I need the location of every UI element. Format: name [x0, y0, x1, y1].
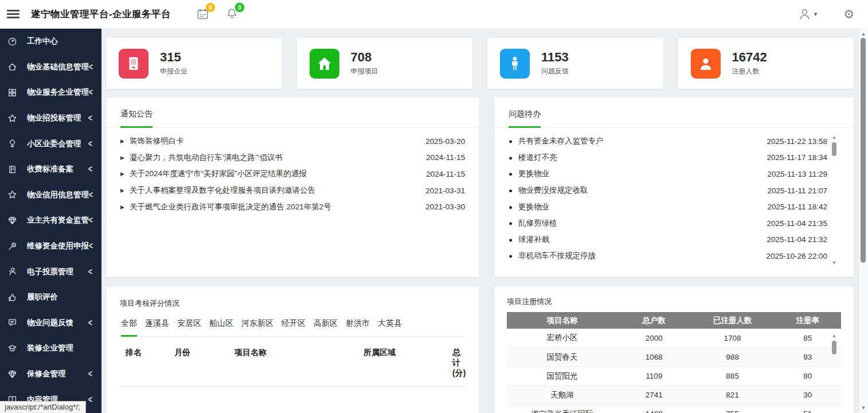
- todo-date: 2025-11-04 21:35: [767, 219, 827, 228]
- sidebar-item[interactable]: 业主共有资金监管 <: [0, 208, 101, 233]
- notice-item[interactable]: ▶ 装饰装修明白卡 2025-03-20: [120, 133, 465, 150]
- dot-bullet-icon: ●: [509, 252, 513, 259]
- assessment-region-tab[interactable]: 安居区: [177, 318, 201, 335]
- todo-item[interactable]: ● 楼道灯不亮 2025-11-17 18:34: [509, 150, 827, 166]
- assessment-region-tab[interactable]: 船山区: [209, 318, 233, 335]
- user-icon: [798, 7, 811, 21]
- page-scrollbar[interactable]: ▲ ▼: [858, 29, 868, 413]
- sidebar-item-label: 物业信用信息管理: [27, 190, 89, 200]
- todo-title: 共有资金未存入监管专户: [518, 136, 767, 146]
- sidebar-item[interactable]: 物业基础信息管理 <: [0, 54, 101, 80]
- dot-bullet-icon: ●: [509, 138, 513, 145]
- registration-scrollbar[interactable]: ▲: [831, 333, 838, 413]
- sidebar-item[interactable]: 小区业委会管理 <: [0, 131, 101, 157]
- scroll-down-icon[interactable]: ▼: [859, 405, 868, 411]
- todo-date: 2025-11-22 13:58: [767, 137, 827, 146]
- dot-bullet-icon: ●: [509, 187, 513, 194]
- scroll-up-icon[interactable]: ▲: [831, 134, 838, 140]
- assessment-region-tab[interactable]: 射洪市: [346, 318, 370, 335]
- sidebar-item-label: 履职评价: [27, 292, 88, 302]
- col-project-name: 项目名称: [507, 312, 617, 329]
- stat-card: 708 申报项目: [297, 38, 473, 89]
- notice-item[interactable]: ▶ 关于人事档案整理及数字化处理服务项目谈判邀请公告 2021-03-31: [120, 182, 465, 199]
- cell-households: 2000: [617, 329, 691, 348]
- notice-item[interactable]: ▶ 关于燃气企业类行政许可事项审批决定的通告 2021年第2号 2021-03-…: [120, 198, 465, 215]
- sidebar-item[interactable]: 保修金管理 <: [0, 361, 101, 387]
- todo-item[interactable]: ● 共有资金未存入监管专户 2025-11-22 13:58: [509, 133, 827, 150]
- scroll-up-icon[interactable]: ▲: [831, 333, 838, 338]
- table-row[interactable]: 宏桥小区 2000 1708 85: [507, 329, 841, 348]
- sidebar-item-label: 物业服务企业管理: [27, 87, 89, 98]
- sidebar-item[interactable]: 维修资金使用申报 <: [0, 233, 101, 259]
- todo-item[interactable]: ● 乱修剪绿植 2025-11-04 21:35: [509, 215, 827, 232]
- bell-badge: 0: [235, 3, 244, 12]
- cell-households: 1109: [617, 367, 691, 385]
- calendar-button[interactable]: 0: [196, 7, 209, 21]
- gear-icon[interactable]: ⚙: [843, 8, 854, 20]
- col-rank: 排名: [126, 348, 174, 379]
- notice-item[interactable]: ▶ 凝心聚力，共筑电动自行车‘满电之路’”倡议书 2024-11-15: [120, 150, 465, 166]
- notice-title: 关于2024年度遂宁市“美好家园”小区评定结果的通报: [130, 169, 426, 179]
- todo-item[interactable]: ● 更换物业 2025-11-13 11:29: [509, 166, 827, 182]
- sidebar-item[interactable]: 工作中心 <: [0, 29, 101, 54]
- sidebar-item[interactable]: 装修企业管理 <: [0, 336, 101, 361]
- user-menu[interactable]: ▾: [798, 7, 818, 21]
- col-registered: 已注册人数: [691, 312, 775, 329]
- notices-panel: 通知公告 ▶ 装饰装修明白卡 2025-03-20 ▶ 凝心聚力，共筑电动自行车…: [106, 98, 479, 277]
- building-icon: [119, 49, 148, 79]
- person-icon: [500, 49, 530, 79]
- assessment-region-tab[interactable]: 高新区: [314, 318, 338, 335]
- hamburger-menu-icon[interactable]: [7, 7, 19, 20]
- sidebar-item[interactable]: 物业服务企业管理 <: [0, 80, 101, 106]
- sidebar-item[interactable]: 物业信用信息管理 <: [0, 182, 101, 208]
- todos-scrollbar[interactable]: ▲ ▼: [831, 134, 838, 266]
- todo-date: 2025-11-17 18:34: [767, 153, 827, 162]
- assessment-region-tab[interactable]: 蓬溪县: [145, 318, 169, 335]
- scroll-thumb[interactable]: [861, 38, 866, 263]
- tab-notices[interactable]: 通知公告: [120, 109, 153, 128]
- assessment-region-tab[interactable]: 大英县: [378, 318, 402, 335]
- scroll-up-icon[interactable]: ▲: [859, 31, 868, 37]
- todo-item[interactable]: ● 非机动车不按规定停放 2025-10-26 22:00: [509, 248, 827, 264]
- sidebar-item[interactable]: 履职评价 <: [0, 285, 101, 310]
- gem-icon: [7, 216, 17, 225]
- sidebar-item[interactable]: 物业招投标管理 <: [0, 106, 101, 131]
- tab-todos[interactable]: 问题待办: [509, 109, 541, 128]
- notifications-button[interactable]: 0: [225, 7, 238, 21]
- assessment-region-tab[interactable]: 经开区: [281, 318, 306, 335]
- sidebar-item[interactable]: 收费标准备案 <: [0, 157, 101, 182]
- cell-registered: 988: [691, 348, 775, 367]
- stat-card: 1153 问题反馈: [487, 38, 663, 89]
- notice-item[interactable]: ▶ 关于2024年度遂宁市“美好家园”小区评定结果的通报 2024-11-15: [120, 166, 465, 182]
- triangle-bullet-icon: ▶: [120, 204, 124, 210]
- assessment-region-tab[interactable]: 全部: [121, 318, 137, 337]
- sidebar-item[interactable]: 电子投票管理 <: [0, 259, 101, 285]
- scroll-thumb[interactable]: [832, 341, 836, 354]
- table-row[interactable]: 国贸阳光 1109 885 80: [507, 367, 841, 385]
- chevron-left-icon: <: [89, 62, 93, 72]
- table-row[interactable]: 天鹅湖 2741 821 30: [507, 385, 841, 404]
- home-icon: [7, 62, 17, 72]
- todo-title: 物业费没按规定收取: [518, 185, 767, 196]
- todo-date: 2025-10-26 22:00: [766, 252, 827, 260]
- star-icon: [7, 114, 17, 123]
- todo-date: 2025-11-13 11:29: [767, 170, 827, 178]
- chat-icon: [7, 318, 17, 328]
- todo-item[interactable]: ● 球灌补栽 2025-11-04 21:32: [509, 232, 827, 248]
- committee-icon: [7, 139, 17, 149]
- col-area: 所属区域: [363, 348, 452, 379]
- todo-item[interactable]: ● 物业费没按规定收取 2025-11-11 21:07: [509, 182, 827, 199]
- todo-item[interactable]: ● 更换物业 2025-11-11 18:42: [509, 198, 827, 215]
- notice-title: 装饰装修明白卡: [130, 136, 425, 146]
- table-row[interactable]: 遂宁蓝光香江国际 1469 755 51: [507, 404, 841, 413]
- sidebar-item-label: 保修金管理: [27, 369, 88, 379]
- dot-bullet-icon: ●: [509, 204, 513, 211]
- assessment-region-tab[interactable]: 河东新区: [241, 318, 273, 335]
- scroll-thumb[interactable]: [832, 142, 836, 156]
- dot-bullet-icon: ●: [509, 154, 513, 161]
- scroll-down-icon[interactable]: ▼: [831, 260, 838, 266]
- chevron-left-icon: <: [89, 215, 93, 225]
- wrench-icon: [7, 241, 17, 251]
- sidebar-item[interactable]: 物业问题反馈 <: [0, 310, 101, 336]
- table-row[interactable]: 国贸春天 1068 988 93: [507, 348, 841, 367]
